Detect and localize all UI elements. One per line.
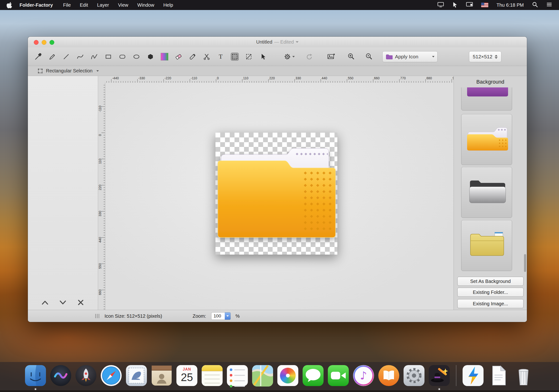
panel-resize-grip[interactable] bbox=[95, 314, 99, 318]
icon-size-stepper[interactable]: 512×512 bbox=[469, 51, 501, 62]
ruler-tick bbox=[103, 157, 105, 157]
ruler-tick bbox=[103, 206, 105, 207]
rectangular-marquee-tool[interactable] bbox=[231, 53, 239, 61]
move-arrow-tool[interactable] bbox=[259, 53, 267, 61]
background-thumbnail-purple-folder[interactable] bbox=[461, 87, 512, 111]
marker-tool[interactable] bbox=[188, 53, 197, 61]
export-image-button[interactable] bbox=[327, 53, 335, 61]
move-layer-down-button[interactable] bbox=[59, 299, 67, 306]
background-thumbnail-yellow-folder[interactable] bbox=[461, 114, 512, 165]
ruler-label: 220 bbox=[98, 183, 102, 191]
ruler-tick bbox=[103, 102, 105, 102]
dock-icon-maps[interactable] bbox=[251, 364, 274, 387]
document-title: Untitled bbox=[256, 39, 272, 45]
dock-icon-photos[interactable] bbox=[276, 364, 299, 387]
dock-icon-trash[interactable] bbox=[512, 364, 535, 387]
eyedropper-tool[interactable] bbox=[34, 53, 42, 61]
input-source-flag-icon[interactable] bbox=[481, 3, 488, 7]
ruler-tick bbox=[103, 149, 105, 149]
icon-canvas[interactable] bbox=[215, 133, 337, 255]
title-bar[interactable]: Untitled — Edited bbox=[28, 37, 527, 48]
smudge-tool[interactable] bbox=[48, 53, 56, 61]
menu-layer[interactable]: Layer bbox=[93, 2, 113, 8]
ruler-tick bbox=[103, 240, 105, 240]
dock-icon-messages[interactable] bbox=[302, 364, 325, 387]
zoom-in-button[interactable] bbox=[347, 53, 355, 61]
dock-icon-safari[interactable] bbox=[100, 364, 123, 387]
title-chevron-down-icon[interactable] bbox=[296, 41, 298, 43]
ellipse-tool[interactable] bbox=[132, 53, 140, 61]
menu-file[interactable]: File bbox=[59, 2, 75, 8]
ruler-tick bbox=[103, 278, 105, 278]
dock-icon-reminders[interactable] bbox=[226, 364, 249, 387]
menu-app-name[interactable]: Folder-Factory bbox=[19, 2, 53, 8]
selection-mode-label[interactable]: Rectangular Selection bbox=[46, 68, 93, 74]
menu-view[interactable]: View bbox=[113, 2, 133, 8]
notification-center-icon[interactable] bbox=[546, 1, 552, 9]
eraser-tool[interactable] bbox=[175, 53, 183, 61]
pointer-tool-menu-icon[interactable] bbox=[452, 1, 458, 9]
background-thumbnail-gray-folder[interactable] bbox=[461, 167, 512, 218]
dock-icon-launchpad[interactable] bbox=[75, 364, 97, 387]
display-mirroring-icon[interactable] bbox=[437, 1, 444, 9]
deselect-tool[interactable] bbox=[245, 53, 253, 61]
dock-icon-ibooks[interactable] bbox=[377, 364, 400, 387]
ruler-tick bbox=[103, 152, 105, 152]
ruler-tick bbox=[103, 154, 105, 154]
dock-icon-mail[interactable] bbox=[125, 364, 148, 387]
ruler-tick bbox=[103, 92, 105, 93]
apply-icon-button[interactable]: Apply Icon bbox=[382, 51, 438, 62]
selection-mode-chevron-icon[interactable] bbox=[96, 70, 99, 72]
ruler-tick bbox=[103, 218, 105, 219]
text-tool[interactable]: T bbox=[217, 53, 225, 61]
rounded-rectangle-tool[interactable] bbox=[118, 53, 126, 61]
scissors-tool[interactable] bbox=[203, 53, 211, 61]
background-thumbnail-classic-folder[interactable] bbox=[461, 220, 512, 271]
spotlight-search-icon[interactable] bbox=[532, 1, 538, 9]
curve-tool[interactable] bbox=[76, 53, 84, 61]
stepper-arrows-icon[interactable] bbox=[495, 55, 498, 59]
rectangle-tool[interactable] bbox=[104, 53, 112, 61]
sidebar-scrollbar-thumb[interactable] bbox=[524, 254, 526, 272]
existing-folder-button[interactable]: Existing Folder... bbox=[457, 288, 523, 297]
menu-help[interactable]: Help bbox=[159, 2, 177, 8]
rotate-button[interactable] bbox=[305, 53, 313, 61]
set-as-background-button[interactable]: Set As Background bbox=[457, 277, 523, 286]
gear-menu-button[interactable] bbox=[284, 53, 295, 61]
ruler-label: 110 bbox=[98, 157, 102, 165]
zoom-level-select[interactable]: 100 bbox=[211, 312, 231, 320]
menu-bar: Folder-Factory File Edit Layer View Wind… bbox=[0, 0, 559, 10]
zoom-actual-size-button[interactable] bbox=[365, 53, 373, 61]
dock-icon-system-preferences[interactable] bbox=[403, 364, 425, 387]
dock-icon-document[interactable] bbox=[487, 364, 510, 387]
polygon-tool[interactable] bbox=[146, 53, 155, 61]
ruler-tick bbox=[103, 171, 105, 171]
canvas-viewport[interactable] bbox=[105, 83, 454, 310]
menu-window[interactable]: Window bbox=[133, 2, 159, 8]
dock-icon-calendar[interactable]: JAN25 bbox=[176, 364, 198, 387]
gradient-color-swatch[interactable] bbox=[160, 53, 168, 61]
dock-icon-notes[interactable] bbox=[201, 364, 224, 387]
dock-icon-folder-factory[interactable] bbox=[428, 364, 451, 387]
zoom-select-arrow-icon[interactable] bbox=[225, 312, 231, 320]
delete-layer-button[interactable] bbox=[77, 299, 85, 306]
ruler-label: -220 bbox=[165, 76, 171, 80]
background-list[interactable] bbox=[454, 87, 527, 272]
apple-menu[interactable] bbox=[7, 1, 14, 9]
existing-image-button[interactable]: Existing Image... bbox=[457, 299, 523, 308]
dock-icon-itunes[interactable]: ♪ bbox=[352, 364, 375, 387]
move-layer-up-button[interactable] bbox=[41, 299, 49, 306]
menu-edit[interactable]: Edit bbox=[75, 2, 92, 8]
sidecar-display-icon[interactable] bbox=[466, 1, 473, 9]
dock-icon-finder[interactable] bbox=[24, 364, 47, 387]
line-tool[interactable] bbox=[62, 53, 70, 61]
menu-clock[interactable]: Thu 6:18 PM bbox=[496, 2, 524, 8]
dock-icon-contacts[interactable] bbox=[150, 364, 173, 387]
dock-icon-facetime[interactable] bbox=[327, 364, 350, 387]
ruler-tick bbox=[102, 290, 105, 290]
dock-icon-siri[interactable] bbox=[49, 364, 72, 387]
selection-marquee-icon bbox=[37, 68, 43, 74]
polyline-curve-tool[interactable] bbox=[90, 53, 98, 61]
ruler-tick bbox=[103, 85, 105, 85]
dock-icon-lightning-app[interactable] bbox=[462, 364, 484, 387]
